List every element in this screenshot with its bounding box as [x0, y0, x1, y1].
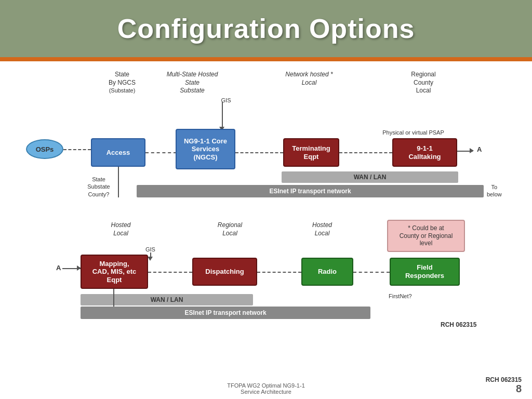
footer-line2: Service Architecture: [0, 389, 532, 395]
box-field-responders: FieldResponders: [390, 258, 460, 286]
box-radio: Radio: [301, 258, 353, 286]
box-terminating-eqpt: TerminatingEqpt: [283, 138, 339, 167]
box-could-be-county: * Could be atCounty or Regionallevel: [387, 220, 465, 252]
esinet-bar-top: ESInet IP transport network: [137, 185, 484, 197]
footer-line1: TFOPA WG2 Optimal NG9-1-1: [0, 382, 532, 389]
label-network-hosted: Network hosted *Local: [278, 71, 340, 87]
box-calltaking: 9-1-1Calltaking: [392, 138, 457, 167]
line-ngcs-term: [235, 152, 283, 153]
line-access-esinet: [118, 167, 119, 197]
box-access: Access: [91, 138, 145, 167]
label-physical-virtual: Physical or virtual PSAP: [373, 129, 454, 136]
box-dispatching: Dispatching: [192, 258, 257, 286]
label-firstnet: FirstNet?: [389, 292, 412, 300]
label-hosted-local-1: HostedLocal: [91, 221, 151, 237]
label-gis-top: GIS: [218, 97, 234, 104]
osps-label: OSPs: [36, 145, 54, 153]
gis-arrowhead-bottom: [148, 257, 153, 263]
diagram-area: StateBy NGCS(Substate) Multi-State Hoste…: [0, 61, 532, 389]
wan-bar-bottom: WAN / LAN: [81, 294, 253, 305]
line-radio-responders: [353, 272, 390, 273]
footer: TFOPA WG2 Optimal NG9-1-1 Service Archit…: [0, 382, 532, 395]
label-a-bottom: A: [56, 264, 61, 272]
osps-oval: OSPs: [26, 139, 63, 159]
box-mapping: Mapping,CAD, MIS, etcEqpt: [81, 255, 148, 289]
label-hosted-local-2: HostedLocal: [294, 221, 351, 237]
label-regional-local: RegionalLocal: [200, 221, 260, 237]
line-term-calltaking: [339, 152, 392, 153]
line-dispatching-radio: [257, 272, 301, 273]
label-state-substate-county: StateSubstateCounty?: [75, 176, 122, 198]
label-a-top: A: [477, 145, 482, 153]
rcn-label-footer: RCH 062315: [486, 376, 522, 383]
line-osps-access: [63, 149, 91, 150]
label-regional-county: RegionalCountyLocal: [392, 71, 455, 95]
orange-bar: [0, 57, 532, 61]
label-to-below: Tobelow: [487, 183, 502, 198]
esinet-bar-bottom: ESInet IP transport network: [81, 307, 370, 319]
line-mapping-dispatching: [148, 272, 192, 273]
box-ngcs: NG9-1-1 CoreServices(NGCS): [176, 129, 235, 169]
line-mapping-esinet: [113, 289, 114, 307]
header-banner: Configuration Options: [0, 0, 532, 57]
arrowhead-a-top: [470, 148, 476, 153]
page-number: 8: [516, 383, 522, 395]
page-title: Configuration Options: [117, 13, 415, 44]
wan-bar-top: WAN / LAN: [282, 171, 458, 183]
label-multistate: Multi-State HostedStateSubstate: [158, 71, 226, 95]
line-access-ngcs: [145, 152, 177, 153]
gis-arrow-line: [222, 102, 223, 129]
label-state-ngcs: StateBy NGCS(Substate): [94, 71, 151, 95]
rcn-label: RCH 062315: [441, 321, 476, 329]
